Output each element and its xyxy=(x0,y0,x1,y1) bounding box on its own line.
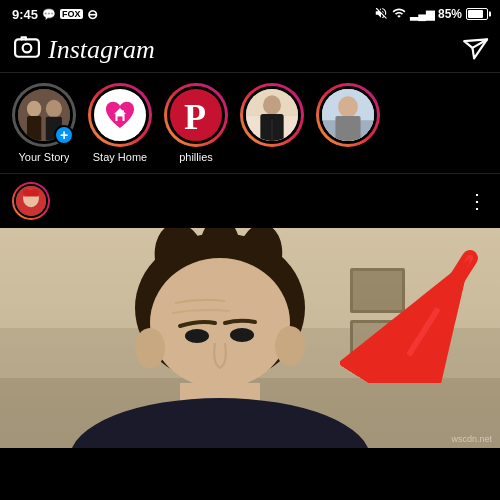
svg-point-43 xyxy=(230,328,254,342)
svg-point-8 xyxy=(46,100,62,118)
post-user xyxy=(12,182,50,220)
person1-ring xyxy=(240,83,304,147)
status-time: 9:45 💬 FOX ⊖ xyxy=(12,7,98,22)
app-header: Instagram xyxy=(0,28,500,73)
stay-home-ring xyxy=(88,83,152,147)
svg-point-1 xyxy=(23,44,32,53)
svg-point-47 xyxy=(275,326,305,366)
svg-rect-7 xyxy=(27,116,41,141)
svg-point-42 xyxy=(185,329,209,343)
svg-point-18 xyxy=(263,95,281,115)
svg-rect-11 xyxy=(118,117,123,122)
person2-ring xyxy=(316,83,380,147)
svg-rect-25 xyxy=(335,116,360,141)
svg-line-50 xyxy=(410,258,470,353)
circle-minus-icon: ⊖ xyxy=(87,7,98,22)
post-avatar-inner xyxy=(14,184,48,218)
camera-icon[interactable] xyxy=(14,34,40,66)
phillies-avatar: P xyxy=(167,86,225,144)
person1-avatar xyxy=(243,86,301,144)
story-item-your-story[interactable]: + Your Story xyxy=(12,83,76,163)
story-item-person1[interactable] xyxy=(240,83,304,163)
svg-point-24 xyxy=(338,96,358,118)
your-story-label: Your Story xyxy=(19,151,70,163)
svg-rect-12 xyxy=(122,111,124,114)
send-icon[interactable] xyxy=(456,31,489,69)
red-arrow-overlay xyxy=(340,233,490,383)
battery-icon xyxy=(466,8,488,20)
phillies-label: phillies xyxy=(179,151,213,163)
stories-row: + Your Story Stay Home xyxy=(0,73,500,174)
message-icon: 💬 xyxy=(42,8,56,21)
status-bar: 9:45 💬 FOX ⊖ ▂▄▆ 85% xyxy=(0,0,500,28)
svg-rect-0 xyxy=(15,39,39,56)
battery-percent: 85% xyxy=(438,7,462,21)
person2-avatar xyxy=(319,86,377,144)
post-avatar-ring xyxy=(12,182,50,220)
header-left: Instagram xyxy=(14,34,155,66)
status-indicators: ▂▄▆ 85% xyxy=(374,6,488,23)
app-name: Instagram xyxy=(48,35,155,65)
signal-icon: ▂▄▆ xyxy=(410,8,434,21)
your-story-avatar-wrapper: + xyxy=(12,83,76,147)
story-item-phillies[interactable]: P phillies xyxy=(164,83,228,163)
svg-point-6 xyxy=(27,101,41,117)
story-item-stay-home[interactable]: Stay Home xyxy=(88,83,152,163)
time-display: 9:45 xyxy=(12,7,38,22)
wifi-icon xyxy=(392,6,406,23)
svg-rect-28 xyxy=(23,190,39,197)
watermark: wscdn.net xyxy=(451,434,492,444)
post-image: wscdn.net xyxy=(0,228,500,448)
stay-home-label: Stay Home xyxy=(93,151,147,163)
svg-point-46 xyxy=(135,328,165,368)
add-story-button[interactable]: + xyxy=(54,125,74,145)
mute-icon xyxy=(374,6,388,23)
post-header: ⋮ xyxy=(0,174,500,228)
more-options-button[interactable]: ⋮ xyxy=(467,189,488,213)
phillies-ring: P xyxy=(164,83,228,147)
svg-text:P: P xyxy=(184,97,206,137)
stay-home-avatar xyxy=(91,86,149,144)
story-item-person2[interactable] xyxy=(316,83,380,163)
fox-icon: FOX xyxy=(60,9,83,19)
